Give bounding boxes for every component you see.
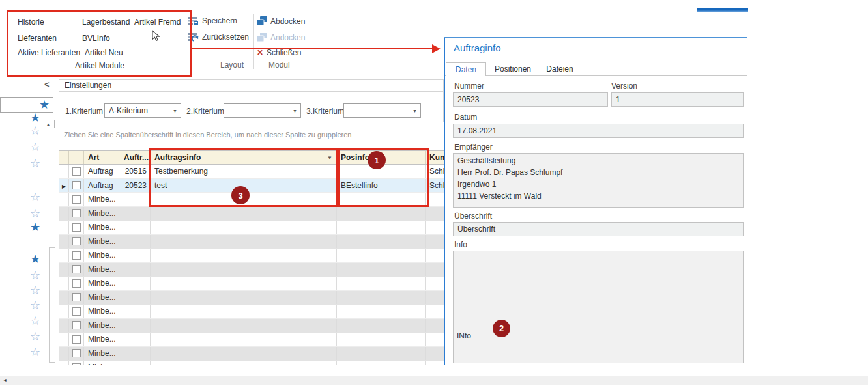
abdocken-button[interactable]: Abdocken [257, 16, 305, 26]
cell-art[interactable]: Minbe... [84, 319, 121, 333]
table-row[interactable]: ▶Auftrag20523testBEstellinfoSchlum [59, 179, 444, 193]
row-checkbox[interactable] [72, 251, 81, 260]
cell-auftragsinfo[interactable] [151, 235, 337, 249]
cell-kunde[interactable] [426, 333, 444, 346]
cell-auftragsinfo[interactable] [151, 333, 337, 346]
cell-art[interactable]: Minbe... [84, 347, 121, 361]
zuruecksetzen-button[interactable]: Zurücksetzen [188, 33, 249, 42]
cell-auftrag[interactable] [121, 277, 151, 290]
cell-auftrag[interactable] [121, 263, 151, 277]
favorite-star-filled-icon[interactable]: ★ [30, 221, 40, 233]
menu-item-artikel-neu[interactable]: Artikel Neu [85, 48, 123, 57]
cell-auftrag[interactable] [121, 333, 151, 346]
favorite-star-filled-icon[interactable]: ★ [30, 112, 40, 124]
row-checkbox[interactable] [72, 349, 81, 357]
table-row[interactable]: Minbe... [59, 263, 444, 277]
cell-auftrag[interactable] [121, 305, 151, 318]
favorite-star-outline-icon[interactable]: ☆ [30, 346, 40, 358]
row-checkbox[interactable] [72, 293, 81, 301]
cell-kunde[interactable] [426, 263, 444, 277]
menu-item-lieferanten[interactable]: Lieferanten [18, 34, 57, 43]
cell-auftrag[interactable] [121, 361, 151, 365]
cell-art[interactable]: Auftrag [84, 165, 121, 178]
cell-auftrag[interactable]: 20523 [121, 179, 151, 193]
cell-auftrag[interactable]: 20516 [121, 165, 151, 178]
cell-posinfo[interactable] [337, 291, 426, 305]
empfaenger-field[interactable]: Geschäftsleitung Herr Prof. Dr. Papas Sc… [453, 153, 744, 208]
cell-kunde[interactable]: Schlum [426, 165, 444, 178]
cell-auftrag[interactable] [121, 193, 151, 206]
row-checkbox[interactable] [72, 321, 81, 329]
favorite-star-outline-icon[interactable]: ☆ [30, 299, 40, 311]
table-row[interactable]: Minbe [59, 361, 444, 365]
cell-auftragsinfo[interactable]: Testbemerkung [151, 165, 337, 178]
cell-auftragsinfo[interactable] [151, 249, 337, 262]
table-row[interactable]: Minbe... [59, 235, 444, 249]
sidebar-collapse-chevron[interactable]: < [44, 79, 50, 89]
cell-auftragsinfo[interactable] [151, 361, 337, 365]
cell-auftrag[interactable] [121, 221, 151, 234]
cell-auftragsinfo[interactable] [151, 347, 337, 361]
cell-auftragsinfo[interactable] [151, 207, 337, 221]
menu-item-bvlinfo[interactable]: BVLInfo [82, 34, 110, 43]
favorite-star-outline-icon[interactable]: ☆ [30, 158, 40, 169]
cell-auftragsinfo[interactable] [151, 263, 337, 277]
favorite-star-outline-icon[interactable]: ☆ [30, 141, 40, 153]
cell-kunde[interactable] [426, 193, 444, 206]
cell-auftrag[interactable] [121, 235, 151, 249]
cell-posinfo[interactable] [337, 347, 426, 361]
column-header-art[interactable]: Art [84, 151, 121, 164]
cell-auftrag[interactable] [121, 207, 151, 221]
cell-posinfo[interactable] [337, 193, 426, 206]
menu-item-aktive-lieferanten[interactable]: Aktive Lieferanten [18, 48, 80, 57]
version-field[interactable]: 1 [611, 92, 744, 107]
kriterium2-dropdown[interactable]: ▼ [224, 103, 301, 118]
cell-auftrag[interactable] [121, 249, 151, 262]
sidebar-scrollbar-thumb[interactable] [49, 247, 55, 363]
cell-kunde[interactable]: Schlum [426, 179, 444, 193]
cell-auftragsinfo[interactable] [151, 291, 337, 305]
cell-posinfo[interactable] [337, 207, 426, 221]
kriterium3-dropdown[interactable]: ▼ [343, 103, 421, 118]
cell-posinfo[interactable] [337, 305, 426, 318]
table-row[interactable]: Minbe... [59, 291, 444, 305]
cell-art[interactable]: Minbe... [84, 277, 121, 290]
cell-auftrag[interactable] [121, 291, 151, 305]
cell-art[interactable]: Minbe... [84, 305, 121, 318]
cell-art[interactable]: Minbe... [84, 193, 121, 206]
column-header-auftrag[interactable]: Auftr... [121, 151, 151, 164]
cell-auftragsinfo[interactable] [151, 319, 337, 333]
row-checkbox[interactable] [72, 237, 81, 245]
cell-art[interactable]: Minbe... [84, 291, 121, 305]
cell-kunde[interactable] [426, 361, 444, 365]
scroll-up-button[interactable]: ▲ [42, 120, 55, 128]
favorite-star-outline-icon[interactable]: ☆ [30, 208, 40, 219]
favorite-star-outline-icon[interactable]: ☆ [30, 125, 40, 137]
favorite-star-outline-icon[interactable]: ☆ [30, 331, 40, 342]
cell-kunde[interactable] [426, 249, 444, 262]
cell-posinfo[interactable] [337, 249, 426, 262]
cell-kunde[interactable] [426, 305, 444, 318]
table-row[interactable]: Minbe... [59, 249, 444, 263]
cell-posinfo[interactable] [337, 361, 426, 365]
table-row[interactable]: Minbe... [59, 319, 444, 333]
horizontal-scrollbar[interactable] [0, 376, 868, 385]
datum-field[interactable]: 17.08.2021 [453, 124, 744, 138]
scroll-left-button[interactable]: ◄ [1, 376, 9, 385]
row-checkbox[interactable] [72, 279, 81, 288]
row-checkbox[interactable] [72, 181, 81, 189]
row-checkbox[interactable] [72, 223, 81, 232]
cell-art[interactable]: Minbe... [84, 263, 121, 277]
cell-kunde[interactable] [426, 235, 444, 249]
ueberschrift-field[interactable]: Überschrift [453, 222, 744, 236]
cell-auftragsinfo[interactable] [151, 221, 337, 234]
cell-kunde[interactable] [426, 347, 444, 361]
table-row[interactable]: Minbe... [59, 333, 444, 347]
table-row[interactable]: Minbe... [59, 221, 444, 235]
cell-kunde[interactable] [426, 319, 444, 333]
cell-posinfo[interactable]: BEstellinfo [337, 179, 426, 193]
cell-kunde[interactable] [426, 221, 444, 234]
menu-item-artikel-fremd[interactable]: Artikel Fremd [134, 18, 181, 27]
filter-star-icon[interactable]: ★ [39, 99, 50, 111]
table-row[interactable]: Minbe... [59, 193, 444, 207]
